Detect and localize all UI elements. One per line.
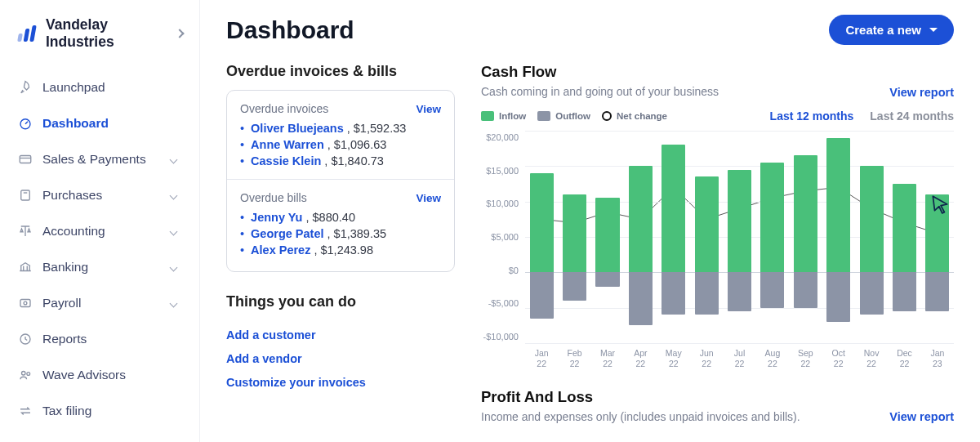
x-tick: Aug22	[756, 343, 789, 368]
x-tick: Jul22	[723, 343, 755, 368]
svg-point-4	[24, 301, 27, 305]
sidebar-item-dashboard[interactable]: Dashboard	[10, 106, 189, 141]
range-12-months[interactable]: Last 12 months	[770, 109, 854, 123]
chevron-right-icon	[175, 29, 184, 38]
sidebar-item-tax-filing[interactable]: Tax filing	[10, 394, 189, 428]
cart-icon	[18, 188, 33, 203]
overdue-bill-name[interactable]: George Patel	[251, 227, 323, 240]
chart-column	[756, 131, 789, 343]
chart-column	[888, 131, 920, 343]
overdue-bill-amount: , $1,389.35	[327, 227, 387, 240]
overdue-bill-name[interactable]: Alex Perez	[251, 243, 310, 257]
things-link-2[interactable]: Customize your invoices	[226, 376, 455, 389]
chevron-down-icon	[170, 299, 178, 307]
sidebar: Vandelay Industries LaunchpadDashboardSa…	[0, 0, 200, 442]
sidebar-item-launchpad[interactable]: Launchpad	[10, 70, 189, 105]
chart-column	[822, 131, 855, 343]
overdue-bill-row: •George Patel, $1,389.35	[240, 227, 441, 240]
y-tick: $15,000	[486, 166, 519, 176]
things-link-0[interactable]: Add a customer	[226, 328, 455, 342]
brand-name: Vandelay Industries	[46, 16, 168, 51]
cashflow-chart: $20,000$15,000$10,000$5,000$0-$5,000-$10…	[481, 131, 954, 343]
chevron-down-icon	[170, 263, 178, 271]
sidebar-item-purchases[interactable]: Purchases	[10, 178, 189, 212]
brand-logo-icon	[16, 25, 38, 42]
sidebar-item-wave-advisors[interactable]: Wave Advisors	[10, 358, 189, 392]
x-tick: Feb22	[558, 343, 590, 368]
sidebar-item-banking[interactable]: Banking	[10, 250, 189, 284]
svg-rect-2	[21, 190, 30, 200]
y-tick: -$5,000	[488, 298, 519, 308]
chart-column	[789, 131, 822, 343]
sidebar-item-label: Wave Advisors	[42, 368, 181, 382]
bank-icon	[18, 260, 33, 275]
sidebar-item-label: Launchpad	[42, 80, 181, 95]
card-icon	[18, 152, 33, 167]
caret-down-icon	[929, 28, 938, 32]
sidebar-item-label: Tax filing	[42, 404, 181, 418]
cursor-pointer-icon	[929, 194, 951, 215]
overdue-bill-name[interactable]: Jenny Yu	[251, 211, 302, 224]
sidebar-item-label: Reports	[42, 332, 181, 346]
view-overdue-invoices-link[interactable]: View	[416, 103, 441, 115]
x-tick: Nov22	[855, 343, 888, 368]
svg-point-7	[27, 373, 30, 376]
things-link-1[interactable]: Add a vendor	[226, 352, 455, 365]
overdue-invoice-row: •Anne Warren, $1,096.63	[240, 138, 441, 151]
create-new-button[interactable]: Create a new	[829, 15, 954, 45]
main-area: Dashboard Create a new Overdue invoices …	[200, 0, 980, 442]
divider	[227, 179, 454, 180]
svg-rect-3	[20, 300, 30, 307]
sidebar-item-accounting[interactable]: Accounting	[10, 214, 189, 248]
range-24-months[interactable]: Last 24 months	[870, 109, 954, 123]
sidebar-nav: LaunchpadDashboardSales & PaymentsPurcha…	[10, 70, 189, 428]
overdue-invoice-amount: , $1,592.33	[347, 122, 407, 135]
pl-view-report-link[interactable]: View report	[889, 410, 954, 423]
x-tick: Mar22	[591, 343, 624, 368]
x-tick: Dec22	[888, 343, 920, 368]
chart-column	[723, 131, 755, 343]
legend-inflow: Inflow	[499, 111, 526, 121]
left-column: Overdue invoices & bills Overdue invoice…	[226, 63, 455, 442]
x-tick: Jan22	[525, 343, 558, 368]
overdue-bill-row: •Alex Perez, $1,243.98	[240, 243, 441, 257]
x-tick: Jan23	[921, 343, 954, 368]
y-tick: $20,000	[486, 132, 519, 142]
scales-icon	[18, 224, 33, 239]
chart-column	[591, 131, 624, 343]
overdue-invoice-amount: , $1,840.73	[324, 154, 384, 167]
sidebar-item-label: Payroll	[42, 296, 161, 310]
overdue-invoice-name[interactable]: Oliver Bluejeans	[251, 122, 344, 135]
sidebar-item-payroll[interactable]: Payroll	[10, 286, 189, 320]
brand-switcher[interactable]: Vandelay Industries	[10, 11, 189, 56]
x-tick: May22	[657, 343, 690, 368]
sidebar-item-reports[interactable]: Reports	[10, 322, 189, 356]
chart-column	[525, 131, 558, 343]
svg-point-6	[22, 372, 26, 376]
sidebar-item-sales-payments[interactable]: Sales & Payments	[10, 142, 189, 176]
y-tick: -$10,000	[483, 332, 519, 342]
overdue-card: Overdue invoices View •Oliver Bluejeans,…	[226, 90, 455, 272]
overdue-bill-amount: , $880.40	[305, 211, 354, 224]
overdue-invoice-name[interactable]: Cassie Klein	[251, 154, 321, 167]
y-tick: $0	[509, 266, 519, 275]
outflow-swatch-icon	[537, 111, 550, 121]
create-new-label: Create a new	[845, 23, 921, 37]
chart-column	[558, 131, 590, 343]
right-column: Cash Flow Cash coming in and going out o…	[481, 63, 954, 442]
sidebar-item-label: Purchases	[42, 188, 161, 203]
overdue-bill-amount: , $1,243.98	[314, 243, 373, 257]
overdue-invoices-heading: Overdue invoices	[240, 102, 328, 115]
overdue-bill-row: •Jenny Yu, $880.40	[240, 211, 441, 224]
sidebar-item-label: Dashboard	[42, 116, 181, 131]
overdue-invoice-name[interactable]: Anne Warren	[251, 138, 324, 151]
cashflow-subtitle: Cash coming in and going out of your bus…	[481, 85, 719, 98]
chart-column	[657, 131, 690, 343]
view-overdue-bills-link[interactable]: View	[416, 192, 441, 204]
chevron-down-icon	[170, 155, 178, 163]
profit-loss-section: Profit And Loss Income and expenses only…	[481, 388, 954, 435]
cashflow-view-report-link[interactable]: View report	[889, 86, 954, 99]
sidebar-item-label: Accounting	[42, 224, 161, 239]
overdue-invoice-amount: , $1,096.63	[327, 138, 387, 151]
pl-title: Profit And Loss	[481, 388, 954, 406]
